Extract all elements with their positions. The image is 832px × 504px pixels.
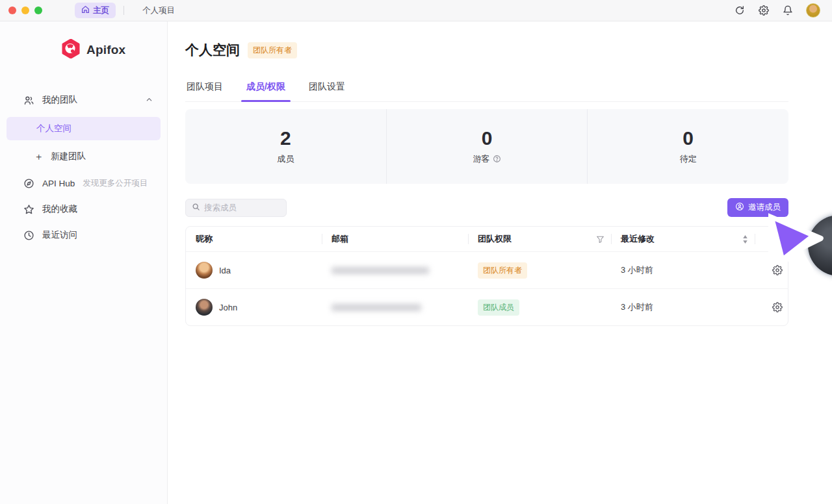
star-icon [23,204,34,215]
sidebar-item-label: 新建团队 [51,151,86,162]
maximize-window-button[interactable] [34,6,42,14]
role-badge: 团队成员 [478,299,519,316]
brand-name: Apifox [86,43,125,57]
member-avatar [196,299,213,316]
page-title: 个人空间 [185,41,240,59]
tab-personal-project[interactable]: 个人项目 [132,5,193,16]
stat-label: 游客 [473,153,501,165]
sidebar-item-new-team[interactable]: ＋ 新建团队 [0,144,167,169]
tab-home[interactable]: 主页 [75,3,116,18]
teams-people-icon [23,95,34,106]
dark-sphere-decoration [808,215,832,276]
notifications-bell-icon[interactable] [782,5,793,16]
row-settings-gear-icon[interactable] [755,265,788,275]
member-name: John [219,303,237,312]
sorter-icon[interactable] [742,235,748,244]
close-window-button[interactable] [8,6,16,14]
blurred-email [332,304,421,311]
members-table: 昵称 邮箱 团队权限 最近修改 [185,226,788,326]
member-avatar [196,262,213,279]
sidebar-item-label: 我的收藏 [42,203,77,215]
plus-icon: ＋ [34,151,44,163]
sidebar-item-label: 我的团队 [42,94,77,106]
apifox-logo-icon [61,39,81,61]
table-header: 昵称 邮箱 团队权限 最近修改 [186,227,788,251]
blurred-email [332,267,429,274]
role-cell: 团队所有者 [468,262,611,279]
sidebar-item-recent[interactable]: 最近访问 [0,222,167,248]
sidebar-item-favorites[interactable]: 我的收藏 [0,196,167,222]
member-search [185,199,287,217]
search-input[interactable] [204,203,276,212]
apifox-app-window: 主页 个人项目 [0,0,832,504]
settings-gear-icon[interactable] [758,5,769,16]
sidebar-item-my-teams[interactable]: 我的团队 [0,87,167,113]
column-header-actions [755,227,788,251]
help-circle-icon[interactable] [493,155,501,163]
invite-user-icon [735,202,744,213]
row-settings-gear-icon[interactable] [755,302,788,312]
invite-member-label: 邀请成员 [748,202,781,213]
compass-icon [23,178,34,189]
member-stats-card: 2 成员 0 游客 0 待定 [185,109,788,184]
tab-home-label: 主页 [93,5,109,16]
member-cell: Ida [186,262,322,279]
modified-cell: 3 小时前 [611,264,755,276]
window-controls [8,6,42,14]
role-badge: 团队所有者 [478,262,527,279]
column-header-modified: 最近修改 [611,227,755,251]
sidebar: Apifox 我的团队 个人空间 ＋ 新建团队 [0,21,168,504]
column-header-role: 团队权限 [468,227,611,251]
tab-team-projects[interactable]: 团队项目 [185,77,224,101]
clock-icon [23,230,34,241]
sidebar-item-api-hub[interactable]: API Hub 发现更多公开项目 [0,170,167,196]
column-header-name: 昵称 [186,227,322,251]
home-icon [81,5,90,16]
sidebar-item-label: 最近访问 [42,229,77,241]
tab-team-settings[interactable]: 团队设置 [307,77,346,101]
invite-member-button[interactable]: 邀请成员 [727,198,788,217]
filter-funnel-icon[interactable] [596,235,604,244]
sidebar-item-label: API Hub [42,179,75,188]
team-owner-badge: 团队所有者 [248,42,297,58]
stat-guests: 0 游客 [386,109,588,184]
brand: Apifox [61,39,167,61]
member-name: Ida [219,266,231,275]
column-header-email: 邮箱 [322,227,468,251]
title-bar: 主页 个人项目 [0,0,832,21]
table-row: John 团队成员 3 小时前 [186,288,788,325]
modified-cell: 3 小时前 [611,301,755,313]
stat-value: 0 [682,129,694,148]
tab-members-permissions[interactable]: 成员/权限 [245,77,287,101]
sidebar-item-label: 个人空间 [36,123,72,134]
user-avatar[interactable] [806,3,820,18]
sync-icon[interactable] [734,5,745,16]
team-tabs: 团队项目 成员/权限 团队设置 [185,77,788,102]
email-cell [322,267,468,274]
member-cell: John [186,299,322,316]
stat-label: 成员 [277,153,294,165]
minimize-window-button[interactable] [21,6,29,14]
table-row: Ida 团队所有者 3 小时前 [186,251,788,288]
search-icon [192,202,200,214]
sidebar-item-personal-space[interactable]: 个人空间 [6,117,161,140]
role-cell: 团队成员 [468,299,611,316]
main-content: 个人空间 团队所有者 团队项目 成员/权限 团队设置 2 成员 0 游客 [185,21,788,326]
chevron-up-icon[interactable] [146,95,153,105]
api-hub-hint: 发现更多公开项目 [83,178,148,189]
stat-value: 2 [280,129,291,148]
stat-label: 待定 [680,153,697,165]
tab-divider [124,6,124,15]
stat-members: 2 成员 [185,109,386,184]
stat-value: 0 [482,129,493,148]
email-cell [322,304,468,311]
stat-pending: 0 待定 [587,109,788,184]
